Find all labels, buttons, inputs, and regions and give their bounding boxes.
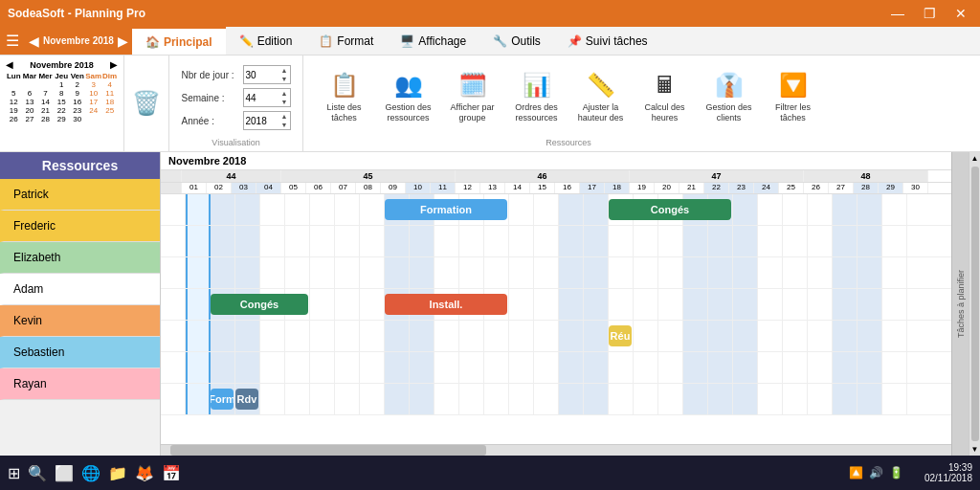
annee-up[interactable]: ▲ <box>281 112 288 121</box>
menu-icon[interactable]: ☰ <box>6 32 19 50</box>
cal-cell <box>808 384 833 414</box>
task-bar-formation[interactable]: Formation <box>385 199 507 220</box>
visualisation-label: Visualisation <box>212 138 259 147</box>
cal-cell <box>609 289 634 320</box>
annee-down[interactable]: ▼ <box>281 121 288 129</box>
side-tasks-panel[interactable]: Tâches à planifier <box>951 152 969 456</box>
taskview-icon[interactable]: ⬜ <box>55 464 74 482</box>
cal-cell <box>858 194 882 225</box>
task-bar-rdv[interactable]: Rdv <box>235 389 258 410</box>
app-icon[interactable]: 📅 <box>162 464 181 482</box>
titlebar: SodeaSoft - Planning Pro — ❐ ✕ <box>0 0 980 27</box>
filtrer-taches-btn[interactable]: 🔽 Filtrer lestâches <box>762 68 824 126</box>
cal-day-row: 0102030405060708091011121314151617181920… <box>161 183 951 194</box>
tab-suivi[interactable]: 📌Suivi tâches <box>554 27 661 55</box>
gestion-ressources-btn[interactable]: 👥 Gestion desressources <box>377 68 439 126</box>
semaine-input[interactable]: 44 ▲ ▼ <box>243 88 291 107</box>
cal-cell <box>658 384 683 414</box>
afficher-groupe-icon: 🗓️ <box>458 72 487 100</box>
folder-icon[interactable]: 📁 <box>108 464 127 482</box>
tab-affichage[interactable]: 🖥️Affichage <box>387 27 479 55</box>
task-bar-install[interactable]: Install. <box>385 294 507 315</box>
calcul-heures-btn[interactable]: 🖩 Calcul desheures <box>634 68 696 126</box>
cal-cell <box>335 289 360 320</box>
semaine-up[interactable]: ▲ <box>281 89 288 98</box>
mini-cal-month: Novembre 2018 <box>30 60 94 70</box>
cal-cell <box>708 352 733 383</box>
cal-cell <box>285 321 310 351</box>
day-header-16: 16 <box>555 183 580 193</box>
mini-cal-back[interactable]: ◀ <box>6 59 13 70</box>
trash-icon[interactable]: 🗑️ <box>132 90 161 117</box>
nbr-jour-down[interactable]: ▼ <box>281 75 288 83</box>
nbr-jour-up[interactable]: ▲ <box>281 66 288 75</box>
mini-cal-forward[interactable]: ▶ <box>110 59 118 70</box>
task-bar-conges1[interactable]: Congés <box>609 199 731 220</box>
tab-format[interactable]: 📋Format <box>305 27 387 55</box>
semaine-row: Semaine : 44 ▲ ▼ <box>182 88 291 107</box>
annee-input[interactable]: 2018 ▲ ▼ <box>243 111 291 130</box>
systray-battery-icon[interactable]: 🔋 <box>889 466 903 479</box>
resource-item-elizabeth[interactable]: Elizabeth <box>0 242 160 274</box>
gestion-clients-btn[interactable]: 👔 Gestion desclients <box>698 68 760 126</box>
nav-forward-icon[interactable]: ▶ <box>118 33 128 49</box>
tab-edition[interactable]: ✏️Edition <box>226 27 306 55</box>
resource-item-patrick[interactable]: Patrick <box>0 179 160 211</box>
tab-outils[interactable]: 🔧Outils <box>479 27 554 55</box>
cal-cell <box>634 384 658 414</box>
afficher-groupe-btn[interactable]: 🗓️ Afficher pargroupe <box>441 68 503 126</box>
task-bar-form2[interactable]: Form <box>211 389 234 410</box>
tab-principal[interactable]: 🏠Principal <box>132 27 226 55</box>
resource-item-sebastien[interactable]: Sebastien <box>0 337 160 368</box>
scroll-up-btn[interactable]: ▲ <box>969 152 980 165</box>
resource-item-kevin[interactable]: Kevin <box>0 305 160 337</box>
sidebar-title: Ressources <box>0 152 160 179</box>
ribbon-tabs: ☰ ◀ Novembre 2018 ▶ 🏠Principal ✏️Edition… <box>0 27 980 56</box>
resource-item-adam[interactable]: Adam <box>0 274 160 305</box>
cal-cell <box>882 226 907 256</box>
cal-month-header: Novembre 2018 <box>161 152 951 170</box>
cal-cell <box>758 257 783 288</box>
cal-cell <box>559 289 584 320</box>
task-bar-conges2[interactable]: Congés <box>211 294 308 315</box>
cal-cell <box>808 226 833 256</box>
cal-cell <box>584 289 609 320</box>
cal-cell <box>434 384 459 414</box>
cal-cell <box>858 384 882 414</box>
firefox-icon[interactable]: 🦊 <box>135 464 154 482</box>
cal-cell <box>235 226 260 256</box>
nav-back-icon[interactable]: ◀ <box>29 33 39 49</box>
search-taskbar-icon[interactable]: 🔍 <box>28 464 47 482</box>
systray-volume-icon[interactable]: 🔊 <box>869 466 883 479</box>
resource-item-rayan[interactable]: Rayan <box>0 368 160 400</box>
semaine-down[interactable]: ▼ <box>281 98 288 106</box>
systray-up-icon[interactable]: 🔼 <box>849 466 863 479</box>
resource-item-frederic[interactable]: Frederic <box>0 211 160 242</box>
ajuster-hauteur-btn[interactable]: 📏 Ajuster lahauteur des <box>569 68 632 126</box>
scroll-down-btn[interactable]: ▼ <box>969 443 980 456</box>
nbr-jour-input[interactable]: 30 ▲ ▼ <box>243 65 291 84</box>
ordres-ressources-btn[interactable]: 📊 Ordres desressources <box>505 68 568 126</box>
cal-cell <box>758 321 783 351</box>
close-button[interactable]: ✕ <box>949 6 972 21</box>
scroll-thumb[interactable] <box>971 167 979 441</box>
ie-icon[interactable]: 🌐 <box>81 464 100 482</box>
cal-cell <box>360 352 385 383</box>
cal-cell <box>609 226 634 256</box>
cal-scrollbar-h[interactable] <box>161 444 951 456</box>
cal-scrollbar-v[interactable]: ▲ ▼ <box>969 152 980 456</box>
cal-cell <box>310 352 335 383</box>
semaine-label: Semaine : <box>182 93 239 103</box>
maximize-button[interactable]: ❐ <box>918 6 942 21</box>
cal-cell <box>260 321 285 351</box>
taskbar-clock[interactable]: 19:39 02/11/2018 <box>924 462 972 483</box>
minimize-button[interactable]: — <box>885 6 910 21</box>
cal-cell <box>310 321 335 351</box>
cal-cell <box>285 384 310 414</box>
cal-cell <box>211 321 235 351</box>
task-bar-reunion[interactable]: Réu <box>609 325 632 346</box>
cal-cell <box>285 226 310 256</box>
week-header-48: 48 <box>804 170 928 182</box>
liste-taches-btn[interactable]: 📋 Liste destâches <box>313 68 375 126</box>
start-icon[interactable]: ⊞ <box>8 464 20 482</box>
